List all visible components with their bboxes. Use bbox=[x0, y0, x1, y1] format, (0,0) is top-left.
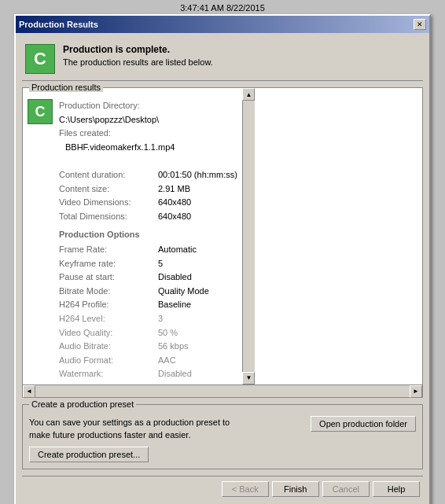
results-text-body: Production Directory: C:\Users\popzzz\De… bbox=[59, 99, 237, 381]
option-row: H264 Level:3 bbox=[59, 312, 237, 326]
detail-label: Content size: bbox=[59, 182, 153, 197]
preset-body: You can save your settings as a producti… bbox=[29, 416, 416, 462]
option-row: Watermark:Disabled bbox=[59, 367, 237, 381]
detail-label: Content duration: bbox=[59, 168, 153, 182]
option-value: 56 kbps bbox=[158, 340, 189, 354]
option-label: Audio Format: bbox=[59, 354, 153, 368]
results-content: C Production Directory: C:\Users\popzzz\… bbox=[23, 88, 242, 384]
option-label: Keyframe rate: bbox=[59, 257, 153, 271]
option-label: Bitrate Mode: bbox=[59, 285, 153, 299]
options-rows: Frame Rate:AutomaticKeyframe rate:5Pause… bbox=[59, 243, 237, 381]
option-value: Quality Mode bbox=[158, 285, 209, 299]
taskbar-time: 3:47:41 AM 8/22/2015 bbox=[0, 0, 445, 14]
production-results-label: Production results bbox=[29, 83, 103, 92]
completion-title: Production is complete. bbox=[63, 44, 213, 55]
vertical-scrollbar[interactable]: ▲ ▼ bbox=[242, 88, 255, 384]
title-bar-controls: ✕ bbox=[414, 19, 426, 30]
options-header: Production Options bbox=[59, 228, 237, 242]
directory-value: C:\Users\popzzz\Desktop\ bbox=[59, 115, 159, 124]
option-label: H264 Profile: bbox=[59, 298, 153, 312]
option-value: 3 bbox=[158, 312, 163, 326]
files-created-value: BBHF.videomakerfx.1.1.mp4 bbox=[59, 142, 175, 152]
create-preset-button[interactable]: Create production preset... bbox=[29, 447, 149, 462]
help-button[interactable]: Help bbox=[373, 481, 420, 497]
preset-left: You can save your settings as a producti… bbox=[29, 416, 249, 462]
close-button[interactable]: ✕ bbox=[414, 19, 426, 30]
detail-row: Total Dimensions:640x480 bbox=[59, 210, 237, 224]
detail-label: Total Dimensions: bbox=[59, 210, 153, 224]
option-label: Video Quality: bbox=[59, 326, 153, 340]
option-row: Pause at start:Disabled bbox=[59, 270, 237, 285]
detail-row: Video Dimensions:640x480 bbox=[59, 196, 237, 210]
directory-label: Production Directory: bbox=[59, 101, 140, 110]
option-row: Bitrate Mode:Quality Mode bbox=[59, 285, 237, 299]
option-label: Frame Rate: bbox=[59, 243, 153, 257]
option-row: Frame Rate:Automatic bbox=[59, 243, 237, 257]
scroll-right-button[interactable]: ► bbox=[410, 385, 422, 398]
bottom-bar: < Back Finish Cancel Help bbox=[22, 476, 423, 500]
main-window: Production Results ✕ C Production is com… bbox=[14, 14, 431, 504]
scroll-down-button[interactable]: ▼ bbox=[242, 372, 255, 384]
detail-row: Content duration:00:01:50 (hh:mm:ss) bbox=[59, 168, 237, 182]
option-value: Disabled bbox=[158, 367, 192, 381]
open-production-folder-button[interactable]: Open production folder bbox=[311, 416, 416, 432]
production-results-group: Production results C Production Director… bbox=[22, 87, 423, 398]
results-inner: C Production Directory: C:\Users\popzzz\… bbox=[23, 88, 422, 384]
cancel-button[interactable]: Cancel bbox=[322, 481, 370, 497]
scroll-left-button[interactable]: ◄ bbox=[23, 385, 35, 398]
option-value: Disabled bbox=[158, 270, 192, 285]
detail-label: Video Dimensions: bbox=[59, 196, 153, 210]
header-text: Production is complete. The production r… bbox=[63, 44, 213, 67]
detail-value: 640x480 bbox=[158, 196, 191, 210]
option-row: Keyframe rate:5 bbox=[59, 257, 237, 271]
horizontal-scrollbar-wrapper: ◄ ► bbox=[23, 384, 422, 397]
detail-row: Content size:2.91 MB bbox=[59, 182, 237, 197]
option-value: 50 % bbox=[158, 326, 178, 340]
finish-button[interactable]: Finish bbox=[272, 481, 319, 497]
files-created-label: Files created: bbox=[59, 128, 111, 138]
camtasia-logo-icon: C bbox=[25, 44, 55, 74]
option-label: Pause at start: bbox=[59, 270, 153, 285]
window-title: Production Results bbox=[19, 20, 98, 29]
option-label: Watermark: bbox=[59, 367, 153, 381]
option-value: Automatic bbox=[158, 243, 197, 257]
option-row: Video Quality:50 % bbox=[59, 326, 237, 340]
option-value: 5 bbox=[158, 257, 163, 271]
option-value: Baseline bbox=[158, 298, 191, 312]
option-label: H264 Level: bbox=[59, 312, 153, 326]
horizontal-scroll-track bbox=[35, 385, 410, 397]
title-bar: Production Results ✕ bbox=[16, 16, 429, 33]
preset-group-label: Create a production preset bbox=[29, 399, 136, 409]
detail-value: 2.91 MB bbox=[158, 182, 190, 197]
preset-description: You can save your settings as a producti… bbox=[29, 416, 249, 442]
details-rows: Content duration:00:01:50 (hh:mm:ss)Cont… bbox=[59, 168, 237, 223]
results-camtasia-icon: C bbox=[28, 99, 53, 124]
option-value: AAC bbox=[158, 354, 176, 368]
detail-value: 00:01:50 (hh:mm:ss) bbox=[158, 168, 237, 182]
window-body: C Production is complete. The production… bbox=[16, 33, 429, 504]
scroll-track bbox=[243, 101, 255, 372]
option-row: Audio Bitrate:56 kbps bbox=[59, 340, 237, 354]
detail-value: 640x480 bbox=[158, 210, 191, 224]
back-button[interactable]: < Back bbox=[222, 481, 269, 497]
preset-section: Create a production preset You can save … bbox=[22, 404, 423, 469]
option-row: H264 Profile:Baseline bbox=[59, 298, 237, 312]
scroll-up-button[interactable]: ▲ bbox=[242, 88, 255, 101]
option-label: Audio Bitrate: bbox=[59, 340, 153, 354]
option-row: Audio Format:AAC bbox=[59, 354, 237, 368]
header-section: C Production is complete. The production… bbox=[22, 39, 423, 81]
completion-subtitle: The production results are listed below. bbox=[63, 57, 213, 67]
